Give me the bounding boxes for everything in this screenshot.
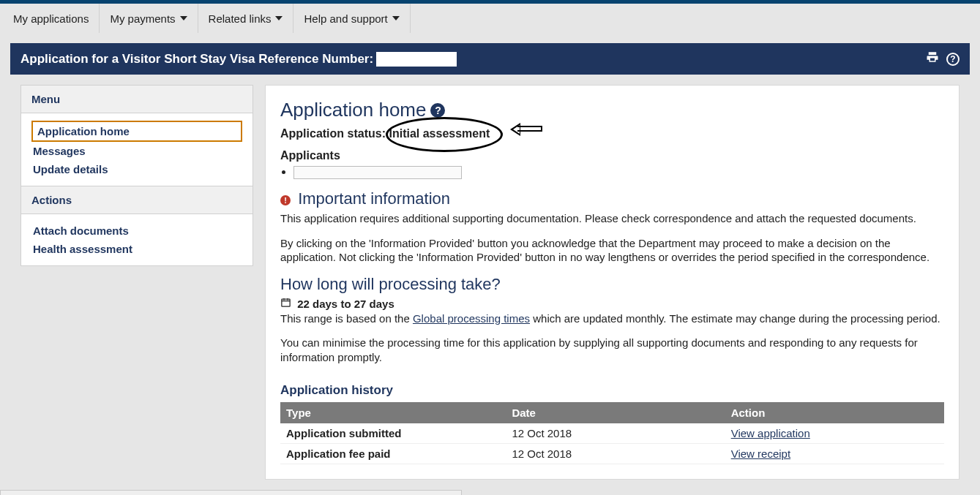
sidebar-item-messages[interactable]: Messages: [31, 142, 242, 160]
help-icon[interactable]: ?: [946, 53, 960, 66]
sidebar-item-health-assessment[interactable]: Health assessment: [31, 240, 242, 258]
nav-help-support[interactable]: Help and support: [293, 4, 410, 33]
application-status: Application status: Initial assessment: [280, 127, 944, 140]
applicant-name-value: [293, 166, 462, 179]
sidebar-item-label: Update details: [33, 163, 108, 175]
history-type: Application fee paid: [280, 444, 506, 464]
table-row: Application fee paid 12 Oct 2018 View re…: [280, 444, 944, 464]
important-info-heading: ! Important information: [280, 189, 944, 208]
global-processing-times-link[interactable]: Global processing times: [413, 312, 530, 325]
content-panel: Application home ? Application status: I…: [265, 85, 960, 480]
help-icon[interactable]: ?: [430, 103, 445, 118]
sidebar: Menu Application home Messages Update de…: [10, 75, 259, 490]
applicant-item: [293, 165, 944, 179]
actions-heading: Actions: [21, 186, 253, 214]
chevron-down-icon: [180, 16, 187, 20]
processing-range: 22 days to 27 days: [297, 298, 394, 310]
history-type: Application submitted: [280, 423, 506, 444]
processing-heading: How long will processing take?: [280, 275, 944, 294]
applicants-list: [293, 165, 944, 179]
history-heading: Application history: [280, 383, 944, 398]
important-info-p2: By clicking on the 'Information Provided…: [280, 236, 944, 265]
processing-text-post: which are updated monthly. The estimate …: [533, 312, 940, 325]
sidebar-item-label: Attach documents: [33, 224, 129, 237]
svg-rect-0: [282, 299, 290, 306]
processing-text: This range is based on the Global proces…: [280, 311, 944, 326]
applicants-label: Applicants: [280, 149, 944, 162]
status-value: Initial assessment: [389, 127, 490, 140]
print-icon[interactable]: [926, 50, 939, 67]
page-header-bar: Application for a Visitor Short Stay Vis…: [10, 43, 970, 75]
nav-my-payments[interactable]: My payments: [100, 4, 198, 33]
sidebar-item-label: Application home: [37, 125, 130, 137]
view-application-link[interactable]: View application: [731, 427, 810, 439]
page-wrap: Application for a Visitor Short Stay Vis…: [0, 33, 980, 490]
chevron-down-icon: [392, 16, 400, 20]
table-row: Application submitted 12 Oct 2018 View a…: [280, 423, 944, 444]
sidebar-item-update-details[interactable]: Update details: [31, 160, 242, 178]
history-date: 12 Oct 2018: [506, 444, 725, 464]
history-col-type: Type: [280, 402, 506, 423]
nav-item-label: My applications: [13, 12, 89, 25]
calendar-icon: [280, 298, 294, 310]
nav-item-label: Related links: [209, 12, 272, 25]
menu-heading: Menu: [21, 86, 253, 113]
page-header-title: Application for a Visitor Short Stay Vis…: [20, 52, 373, 67]
main-nav: My applications My payments Related link…: [0, 4, 980, 33]
chevron-down-icon: [275, 16, 283, 20]
sidebar-item-label: Health assessment: [33, 243, 132, 255]
nav-item-label: My payments: [110, 12, 175, 25]
nav-my-applications[interactable]: My applications: [3, 4, 100, 33]
menu-panel: Menu Application home Messages Update de…: [20, 85, 253, 266]
important-info-heading-text: Important information: [298, 189, 450, 208]
browser-status-bar: www.border.gov.au/about/access-accountab…: [0, 490, 462, 495]
important-info-p1: This application requires additional sup…: [280, 211, 944, 226]
sidebar-item-attach-documents[interactable]: Attach documents: [31, 222, 242, 240]
processing-range-line: 22 days to 27 days: [280, 297, 944, 310]
page-title: Application home ?: [280, 99, 944, 121]
reference-number-value: [376, 52, 457, 67]
nav-related-links[interactable]: Related links: [198, 4, 294, 33]
sidebar-item-application-home[interactable]: Application home: [31, 121, 242, 142]
view-receipt-link[interactable]: View receipt: [731, 447, 790, 460]
page-title-text: Application home: [280, 99, 426, 121]
history-table: Type Date Action Application submitted 1…: [280, 402, 944, 464]
content-col: Application home ? Application status: I…: [259, 75, 970, 490]
nav-item-label: Help and support: [304, 12, 387, 25]
history-col-action: Action: [725, 402, 944, 423]
history-date: 12 Oct 2018: [506, 423, 725, 444]
processing-p2: You can minimise the processing time for…: [280, 336, 944, 364]
alert-icon: !: [280, 195, 291, 205]
history-col-date: Date: [506, 402, 725, 423]
sidebar-item-label: Messages: [33, 145, 86, 157]
processing-text-pre: This range is based on the: [280, 312, 413, 325]
status-label: Application status:: [280, 127, 386, 140]
